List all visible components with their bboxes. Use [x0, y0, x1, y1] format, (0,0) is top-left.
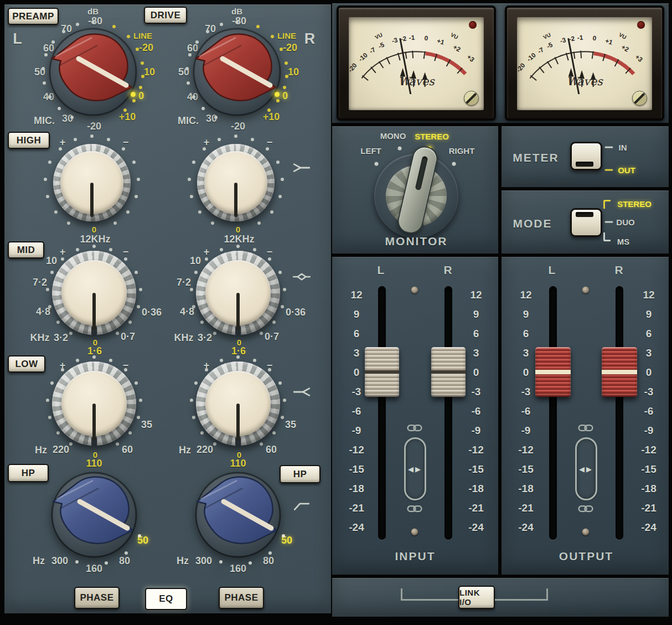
scale-value: 0 — [646, 366, 652, 379]
link-io-button[interactable]: LINK I/O — [458, 586, 495, 609]
mode-title: MODE — [513, 217, 552, 230]
eq-preamp-panel: PREAMP DRIVE L R dB -80 70 60 50 40 MIC.… — [4, 4, 331, 613]
preamp-db-label: dB — [231, 7, 242, 16]
low-knob-left[interactable] — [52, 361, 136, 446]
scale-value: -9 — [472, 425, 481, 437]
drive-button[interactable]: DRIVE — [144, 7, 187, 24]
knob-pointer — [236, 293, 240, 330]
bell-curve-icon — [292, 272, 311, 282]
connector-step-down — [603, 233, 611, 241]
vu-tick: -7 — [368, 45, 377, 55]
hp-knob-left[interactable] — [44, 465, 144, 565]
mode-section: MODE STEREO DUO MS — [502, 190, 669, 254]
output-balance-control[interactable]: ◀▶ — [575, 437, 597, 500]
monitor-knob[interactable] — [374, 154, 458, 238]
monitor-option-right[interactable]: RIGHT — [449, 146, 475, 156]
link-chain-icon[interactable] — [578, 424, 593, 434]
output-fader-track-left[interactable] — [549, 286, 557, 540]
mode-option-stereo[interactable]: STEREO — [617, 199, 652, 209]
high-band-button[interactable]: HIGH — [8, 132, 50, 149]
low-shelf-icon — [292, 388, 311, 397]
bracket-line — [546, 588, 548, 600]
scale-value: 6 — [523, 328, 529, 340]
fader-scale: 129630-3-6-9-12-15-18-21-24 — [344, 285, 369, 537]
preamp-gain-knob-right[interactable] — [187, 22, 287, 122]
vu-screw — [464, 91, 479, 106]
knob-pointer — [92, 293, 96, 330]
scale-value: 12 — [520, 289, 531, 301]
monitor-dot — [398, 147, 402, 151]
input-fader-track-right[interactable] — [444, 286, 452, 540]
phase-button-right[interactable]: PHASE — [219, 587, 264, 609]
low-band-button[interactable]: LOW — [8, 355, 45, 373]
input-fader-track-left[interactable] — [378, 286, 386, 540]
output-title: OUTPUT — [559, 550, 613, 563]
output-fader-track-right[interactable] — [616, 286, 623, 540]
output-led — [582, 529, 590, 536]
input-fader-left[interactable] — [365, 347, 399, 397]
highpass-slope-icon — [292, 500, 311, 511]
vu-tick: -1 — [577, 34, 583, 42]
meter-title: METER — [513, 151, 559, 164]
meter-option-out[interactable]: OUT — [618, 166, 635, 175]
output-fader-right[interactable] — [602, 347, 637, 397]
brand-logo: Waves — [566, 75, 603, 88]
link-chain-icon[interactable] — [578, 505, 593, 515]
low-knob-right[interactable] — [196, 361, 280, 446]
vu-tick: -5 — [545, 40, 554, 49]
monitor-dot — [452, 162, 456, 166]
scale-value: -3 — [352, 386, 361, 398]
monitor-option-stereo[interactable]: STEREO — [415, 132, 449, 141]
eq-button[interactable]: EQ — [145, 588, 187, 610]
hp-button-left[interactable]: HP — [8, 464, 49, 482]
hp-hz-label: Hz — [177, 555, 189, 567]
scale-value: -12 — [349, 444, 364, 456]
high-gain-knob-left[interactable] — [53, 144, 131, 221]
mode-option-duo[interactable]: DUO — [616, 218, 634, 227]
balance-arrows: ◀▶ — [579, 465, 593, 473]
input-fader-right[interactable] — [431, 347, 466, 397]
preamp-gain-knob-left[interactable] — [43, 22, 143, 122]
scale-value: -21 — [468, 502, 483, 514]
fader-scale: 129630-3-6-9-12-15-18-21-24 — [464, 285, 488, 537]
output-fader-left[interactable] — [535, 347, 571, 397]
scale-value: -9 — [352, 425, 361, 437]
connector-step-up — [603, 200, 611, 209]
mid-freq-tick: 0·36 — [286, 307, 306, 318]
mode-option-ms[interactable]: MS — [617, 237, 630, 246]
mid-knob-left[interactable] — [52, 251, 136, 335]
meter-switch[interactable] — [570, 142, 602, 171]
mid-knob-right[interactable] — [196, 251, 280, 335]
phase-button-left[interactable]: PHASE — [74, 587, 120, 609]
mid-freq-tick: 4·8 — [180, 306, 194, 318]
monitor-option-left[interactable]: LEFT — [360, 146, 381, 156]
vu-label: VU — [618, 32, 627, 40]
scale-value: 9 — [354, 308, 360, 321]
link-chain-icon[interactable] — [407, 424, 422, 434]
input-balance-control[interactable]: ◀▶ — [404, 437, 426, 500]
link-chain-icon[interactable] — [407, 505, 422, 515]
knob-pointer — [234, 183, 237, 217]
monitor-option-mono[interactable]: MONO — [380, 131, 406, 141]
high-gain-knob-right[interactable] — [197, 144, 275, 221]
low-freq-tick: 35 — [141, 419, 152, 431]
low-hz-label: Hz — [179, 445, 191, 456]
mid-freq-tick: 0·36 — [142, 307, 162, 318]
hp-knob-right[interactable] — [188, 465, 288, 565]
brand-logo: Waves — [398, 75, 435, 88]
connector-dash — [605, 147, 613, 148]
mid-band-button[interactable]: MID — [8, 241, 44, 259]
vu-meter-left: -20 -10 -7 -5 -3 -2 -1 0 +1 +2 +3 VU VU — [337, 6, 496, 121]
output-link-led — [582, 287, 590, 294]
input-fader-section: L R 129630-3-6-9-12-15-18-21-24 129630-3… — [332, 257, 498, 575]
knob-pointer — [236, 404, 240, 441]
meter-option-in[interactable]: IN — [619, 143, 627, 152]
tick-dots-line — [235, 70, 239, 74]
tick-dots — [92, 513, 96, 516]
scale-value: -24 — [518, 521, 533, 534]
monitor-section: MONO STEREO LEFT RIGHT MONITOR — [332, 126, 498, 254]
mid-freq-tick: 7·2 — [177, 277, 191, 288]
mode-switch[interactable] — [570, 208, 602, 237]
high-gain-value: 0 — [92, 225, 96, 234]
selected-dot — [131, 92, 136, 97]
